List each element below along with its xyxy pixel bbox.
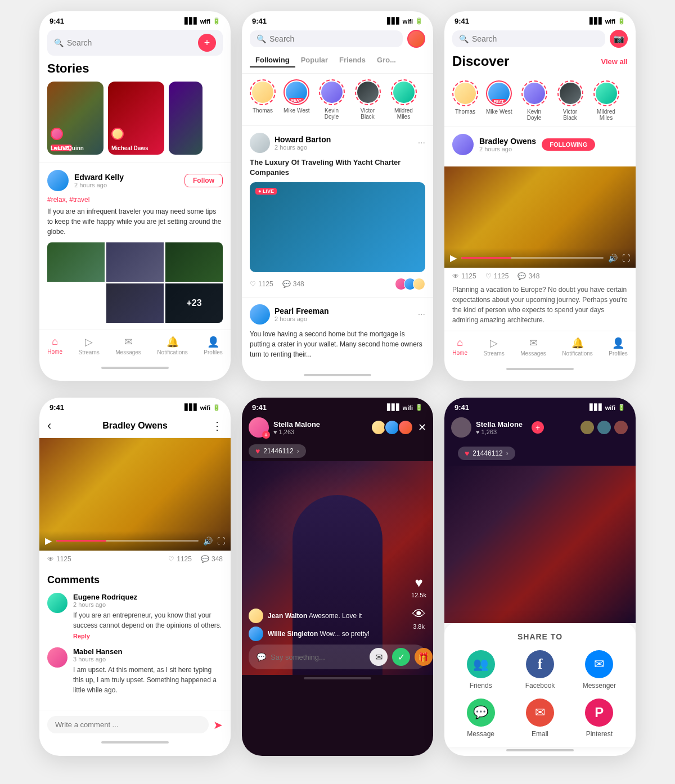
status-icons-1: ▋▋▋ wifi 🔋 [184,17,220,25]
live-comment-2: Willie Singleton Wow... so pretty! [249,627,426,641]
tab-following[interactable]: Following [250,53,295,67]
tab-friends[interactable]: Friends [334,53,371,67]
story-card-3[interactable] [169,82,202,155]
nav-home-1[interactable]: ⌂ Home [47,336,62,355]
wifi-icon: wifi [200,18,210,25]
story-user-mildred[interactable]: Mildred Miles [390,79,418,120]
nav-profiles-label: Profiles [204,349,222,355]
share-friends[interactable]: 👥 Friends [456,650,506,690]
story-user-kevin[interactable]: Kevin Doyle [318,79,346,120]
nav-messages-3[interactable]: ✉ Messages [520,337,546,357]
search-bar-2[interactable]: 🔍 [250,30,403,47]
post-text-1: If you are an infrequent traveler you ma… [47,206,223,237]
fullscreen-icon[interactable]: ⛶ [622,254,630,263]
discover-user-mildred[interactable]: Mildred Miles [592,80,620,121]
detail-progress[interactable] [56,540,199,542]
send-button[interactable]: ➤ [213,718,223,732]
heart-icon-3: ♡ [485,272,492,280]
discover-header: Discover View all [444,53,636,75]
nav-profiles-3[interactable]: 👤 Profiles [609,337,627,357]
discover-user-kevin[interactable]: Kevin Doyle [520,80,548,121]
messages-icon: ✉ [124,336,133,348]
close-button-5[interactable]: ✕ [418,421,426,434]
search-bar-1[interactable]: 🔍 + [47,30,223,56]
photo-cell-4 [106,283,164,323]
status-bar-2: 9:41 ▋▋▋ wifi 🔋 [242,11,433,28]
discover-video: ▶ 🔊 ⛶ [444,166,636,268]
discover-post-avatar [452,134,474,155]
share-message[interactable]: 💬 Message [456,699,506,738]
time-4: 9:41 [50,403,64,412]
video-like-action[interactable]: ♥ 12.5k [411,575,426,598]
story-name-1: Laura Quinn [51,137,100,151]
share-pinterest[interactable]: P Pinterest [574,699,624,738]
detail-video-controls: ▶ 🔊 ⛶ [39,531,231,551]
nav-streams-1[interactable]: ▷ Streams [78,336,99,355]
comment-input[interactable] [47,716,209,733]
more-dots-1[interactable]: ··· [418,138,425,148]
live-action-gift[interactable]: 🎁 [415,648,433,666]
share-plus-btn[interactable]: + [532,421,544,434]
feed-author-1: Howard Barton [274,135,331,144]
status-icons-5: ▋▋▋ wifi 🔋 [387,404,423,411]
detail-play-icon[interactable]: ▶ [45,535,52,546]
story-card-2[interactable]: Micheal Daws [108,82,164,155]
nav-streams-3[interactable]: ▷ Streams [483,337,504,357]
discover-user-victor[interactable]: Victor Black [556,80,584,121]
reply-button-1[interactable]: Reply [73,633,223,639]
discover-user-mike[interactable]: FEAT. Mike West [486,80,512,121]
search-input-1[interactable] [67,38,195,47]
detail-volume-icon[interactable]: 🔊 [203,537,213,546]
say-something-input[interactable] [271,653,365,661]
feed-actions-1: ♡ 1125 💬 348 [250,278,425,290]
more-dots-2[interactable]: ··· [418,309,425,319]
camera-button[interactable]: 📷 [610,30,628,48]
search-input-2[interactable] [269,34,396,43]
like-action-1[interactable]: ♡ 1125 [250,280,273,288]
user-avatar-2[interactable] [407,30,425,48]
comment-action-1[interactable]: 💬 348 [282,280,304,288]
following-button[interactable]: FOLLOWING [542,138,595,151]
volume-icon[interactable]: 🔊 [608,254,618,263]
wifi-icon-2: wifi [403,18,413,25]
story-user-thomas[interactable]: Thomas [250,79,276,120]
photo-cell-2 [106,242,164,282]
discover-user-thomas[interactable]: Thomas [452,80,478,121]
tab-popular[interactable]: Popular [295,53,334,67]
battery-icon-2: 🔋 [415,17,423,25]
add-button-1[interactable]: + [198,34,216,52]
play-icon[interactable]: ▶ [450,253,457,263]
search-bar-3[interactable]: 🔍 [452,30,605,47]
nav-notifications-1[interactable]: 🔔 Notifications [157,336,187,355]
kebab-button[interactable]: ⋮ [212,419,223,432]
search-input-3[interactable] [472,34,598,43]
like-count-1: 1125 [258,280,273,288]
view-all-btn[interactable]: View all [601,57,628,66]
live-action-check[interactable]: ✓ [392,648,410,666]
live-action-envelope[interactable]: ✉ [370,648,388,666]
comment-time-1: 2 hours ago [73,601,223,608]
story-user-victor[interactable]: Victor Black [354,79,382,120]
progress-bar[interactable] [461,257,604,259]
share-streamer-name: Stella Malone [476,420,523,429]
wifi-icon-6: wifi [605,404,615,411]
share-facebook[interactable]: f Facebook [515,650,565,690]
follow-button-1[interactable]: Follow [184,174,223,187]
nav-notifications-3[interactable]: 🔔 Notifications [562,337,592,357]
nav-profiles-1[interactable]: 👤 Profiles [204,336,222,355]
nav-messages-label: Messages [115,349,141,355]
photo-grid-1: +23 [47,242,223,323]
post-avatar-1 [47,170,69,191]
share-likes-pill[interactable]: ♥ 21446112 › [458,447,515,460]
detail-fullscreen-icon[interactable]: ⛶ [217,537,225,546]
back-button[interactable]: ‹ [47,418,51,433]
post-card-1: Edward Kelly 2 hours ago Follow #relax, … [39,163,231,330]
story-user-mikewest[interactable]: FEAT. Mike West [284,79,310,120]
share-email[interactable]: ✉ Email [515,699,565,738]
tab-groups[interactable]: Gro... [371,53,402,67]
share-messenger[interactable]: ✉ Messenger [574,650,624,690]
story-card-1[interactable]: ● LIVE Laura Quinn [47,82,104,155]
likes-pill[interactable]: ♥ 21446112 › [249,444,306,458]
nav-home-3[interactable]: ⌂ Home [452,337,467,357]
nav-messages-1[interactable]: ✉ Messages [115,336,141,355]
